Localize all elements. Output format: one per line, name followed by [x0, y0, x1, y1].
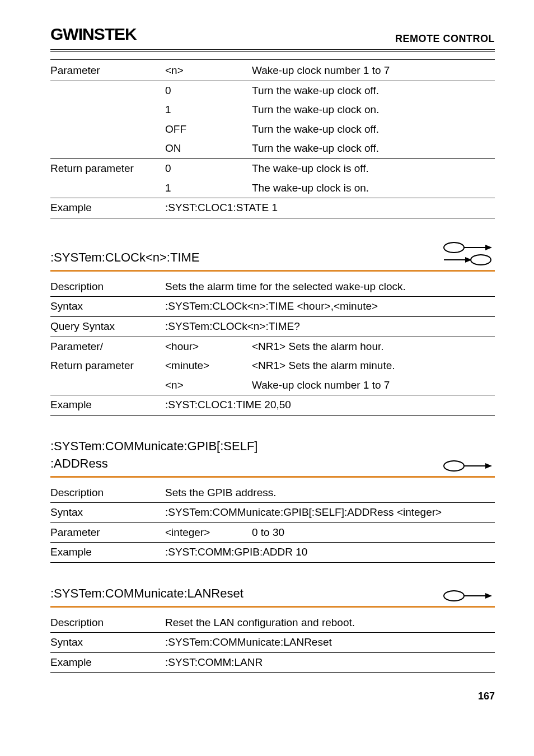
row-value: :SYSTem:CLOCk<n>:TIME?	[165, 316, 495, 337]
row-desc: <NR1> Sets the alarm minute.	[252, 356, 495, 376]
svg-marker-2	[485, 245, 492, 250]
row-label: Description	[50, 277, 165, 297]
row-mid: 0	[165, 81, 252, 100]
row-desc: Wake-up clock number 1 to 7	[252, 61, 495, 81]
svg-point-6	[444, 461, 464, 471]
row-desc: Turn the wake-up clock off.	[252, 139, 495, 158]
section-heading-clock-time: :SYSTem:CLOCk<n>:TIME	[50, 224, 495, 270]
orange-rule	[50, 476, 495, 478]
row-label	[50, 120, 165, 139]
svg-point-0	[444, 242, 464, 253]
row-value: Sets the alarm time for the selected wak…	[165, 277, 495, 297]
row-example: :SYST:COMM:LANR	[165, 652, 495, 673]
row-label: Example	[50, 198, 165, 218]
svg-marker-11	[485, 593, 492, 599]
row-example: :SYST:COMM:GPIB:ADDR 10	[165, 543, 495, 563]
row-label: Description	[50, 483, 165, 503]
row-desc: <NR1> Sets the alarm hour.	[252, 337, 495, 356]
orange-rule	[50, 270, 495, 272]
row-mid: <hour>	[165, 337, 252, 356]
row-desc: Turn the wake-up clock off.	[252, 120, 495, 139]
row-label: Query Syntax	[50, 316, 165, 337]
heading-text: :SYSTem:COMMunicate:GPIB[:SELF]	[50, 438, 495, 455]
logo: GWINSTEK	[50, 22, 137, 46]
param-table-4: Description Reset the LAN configuration …	[50, 613, 495, 673]
logo-text: GWINSTEK	[50, 25, 137, 43]
row-mid: <n>	[165, 376, 252, 395]
row-label: Example	[50, 395, 165, 416]
heading-text: :ADDRess	[50, 455, 442, 473]
row-label: Return parameter	[50, 356, 165, 376]
row-label: Parameter	[50, 61, 165, 81]
row-mid: <integer>	[165, 522, 252, 543]
row-desc: Wake-up clock number 1 to 7	[252, 376, 495, 395]
row-label	[50, 139, 165, 158]
row-desc: 0 to 30	[252, 522, 495, 543]
row-label: Parameter	[50, 522, 165, 543]
row-value: :SYSTem:CLOCk<n>:TIME <hour>,<minute>	[165, 297, 495, 317]
page-header: GWINSTEK REMOTE CONTROL	[50, 22, 495, 52]
row-desc: The wake-up clock is on.	[252, 179, 495, 198]
row-desc: The wake-up clock is off.	[252, 158, 495, 178]
row-desc: Turn the wake-up clock off.	[252, 81, 495, 100]
row-label: Example	[50, 543, 165, 563]
row-label: Parameter/	[50, 337, 165, 356]
page-number: 167	[50, 689, 495, 703]
row-example: :SYST:CLOC1:TIME 20,50	[165, 395, 495, 416]
row-mid: 1	[165, 179, 252, 198]
section-heading-gpib-line1: :SYSTem:COMMunicate:GPIB[:SELF]	[50, 421, 495, 455]
orange-rule	[50, 606, 495, 608]
row-value: :SYSTem:COMMunicate:GPIB[:SELF]:ADDRess …	[165, 503, 495, 523]
heading-text: :SYSTem:COMMunicate:LANReset	[50, 585, 442, 603]
svg-marker-8	[485, 463, 492, 469]
top-rule	[50, 59, 495, 60]
row-label: Syntax	[50, 503, 165, 523]
header-title: REMOTE CONTROL	[395, 32, 495, 46]
row-desc: Turn the wake-up clock on.	[252, 100, 495, 120]
section-heading-lanreset: :SYSTem:COMMunicate:LANReset	[50, 568, 495, 606]
row-label: Example	[50, 652, 165, 673]
heading-text: :SYSTem:CLOCk<n>:TIME	[50, 249, 442, 267]
row-mid: ON	[165, 139, 252, 158]
row-mid: OFF	[165, 120, 252, 139]
row-mid: <n>	[165, 61, 252, 81]
svg-point-5	[471, 255, 491, 265]
row-label: Syntax	[50, 633, 165, 653]
param-table-3: Description Sets the GPIB address. Synta…	[50, 483, 495, 563]
row-label: Description	[50, 613, 165, 633]
set-query-icon	[442, 241, 495, 267]
set-icon	[442, 589, 495, 603]
row-example: :SYST:CLOC1:STATE 1	[165, 198, 495, 218]
row-value: :SYSTem:COMMunicate:LANReset	[165, 633, 495, 653]
section-heading-gpib-line2: :ADDRess	[50, 455, 495, 476]
svg-point-9	[444, 591, 464, 601]
row-label	[50, 81, 165, 100]
row-value: Sets the GPIB address.	[165, 483, 495, 503]
row-label	[50, 100, 165, 120]
param-table-2: Description Sets the alarm time for the …	[50, 277, 495, 416]
row-mid: 1	[165, 100, 252, 120]
set-icon	[442, 459, 495, 473]
param-table-1: Parameter <n> Wake-up clock number 1 to …	[50, 61, 495, 218]
row-mid: 0	[165, 158, 252, 178]
row-mid: <minute>	[165, 356, 252, 376]
row-label	[50, 179, 165, 198]
row-label: Return parameter	[50, 158, 165, 178]
row-value: Reset the LAN configuration and reboot.	[165, 613, 495, 633]
row-label: Syntax	[50, 297, 165, 317]
row-label	[50, 376, 165, 395]
